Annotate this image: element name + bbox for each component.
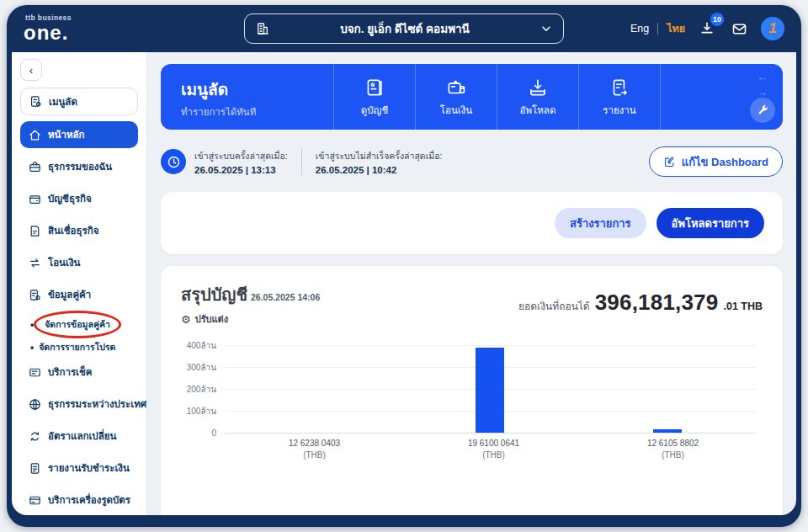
chart-y-axis: 400ล้าน 300ล้าน 200ล้าน 100ล้าน 0 — [181, 345, 225, 433]
sidebar: ‹ เมนูลัด หน้าหลัก — [12, 52, 147, 515]
last-failed-login-value: 26.05.2025 | 10:42 — [316, 165, 443, 175]
exchange-rate-icon — [28, 429, 42, 444]
upload-tray-icon — [527, 77, 549, 98]
sidebar-item-shortcut-menu[interactable]: เมนูลัด — [20, 88, 138, 115]
transfer-icon — [28, 256, 42, 270]
y-tick: 400ล้าน — [187, 339, 216, 352]
x-category: 12 6238 0403 (THB) — [225, 439, 404, 460]
account-number-label: 19 6100 0641 — [404, 439, 583, 448]
sidebar-item-card-machine[interactable]: บริการเครื่องรูดบัตร — [20, 487, 138, 513]
sidebar-subitem-manage-favorites[interactable]: • จัดการรายการโปรด — [20, 336, 138, 359]
envelope-icon — [731, 20, 748, 38]
customize-menu-button[interactable] — [750, 98, 775, 123]
company-selector[interactable]: บจก. ยูเอ็ก ดีไซต์ คอมพานี — [244, 13, 564, 44]
quick-action-label: อัพโหลด — [520, 103, 556, 118]
bullet: • — [30, 342, 34, 354]
summary-title: สรุปบัญชี — [181, 281, 247, 308]
chart-x-axis: 12 6238 0403 (THB) 19 6100 0641 (THB) 12… — [225, 439, 763, 460]
sidebar-item-my-transactions[interactable]: ธุรกรรมของฉัน — [20, 153, 138, 180]
bar-slot — [579, 345, 756, 433]
sidebar-item-label: หน้าหลัก — [48, 127, 85, 142]
quick-action-transfer[interactable]: โอนเงิน — [415, 64, 497, 130]
sidebar-item-cheque-services[interactable]: บริการเช็ค — [20, 359, 138, 386]
edit-dashboard-button[interactable]: แก้ไข Dashboard — [649, 146, 783, 177]
sidebar-item-payment-report[interactable]: รายงานรับชำระเงิน — [20, 455, 138, 481]
lang-eng[interactable]: Eng — [630, 23, 649, 35]
bar-slot — [225, 345, 401, 433]
sidebar-item-label: โอนเงิน — [48, 255, 80, 270]
main-content: เมนูลัด ทำรายการได้ทันที ดูบัญชี โอนเงิน — [147, 52, 796, 515]
last-login-group: เข้าสู่ระบบครั้งล่าสุดเมื่อ: 26.05.2025 … — [194, 149, 288, 175]
ttb-business-one-logo: ttb business one. — [24, 14, 72, 43]
sidebar-item-business-loans[interactable]: สินเชื่อธุรกิจ — [20, 217, 138, 244]
quick-action-report[interactable]: รายงาน — [578, 64, 660, 130]
wrench-icon — [757, 104, 769, 117]
sidebar-item-home[interactable]: หน้าหลัก — [20, 121, 138, 148]
quick-menu-header: เมนูลัด ทำรายการได้ทันที — [161, 64, 333, 130]
download-button[interactable]: 10 — [697, 19, 717, 39]
annotated-label-wrap: จัดการข้อมูลคู่ค้า — [39, 315, 116, 334]
sidebar-item-label: ธุรกรรมระหว่างประเทศ — [48, 396, 146, 412]
wallet-icon — [28, 192, 42, 206]
x-axis-line — [225, 433, 756, 434]
sidebar-item-business-accounts[interactable]: บัญชีธุรกิจ — [20, 185, 138, 212]
top-header: ttb business one. บจก. ยูเอ็ก ดีไซต์ คอม… — [7, 5, 801, 52]
language-switcher: Eng ไทย — [630, 20, 685, 37]
sidebar-item-international[interactable]: ธุรกรรมระหว่างประเทศ — [20, 391, 138, 418]
sidebar-item-label: เมนูลัด — [49, 94, 77, 109]
home-icon — [28, 128, 42, 142]
quick-action-upload[interactable]: อัพโหลด — [497, 64, 578, 130]
account-balance-bar-chart: 400ล้าน 300ล้าน 200ล้าน 100ล้าน 0 — [181, 345, 763, 433]
quick-action-label: รายงาน — [603, 103, 635, 118]
quick-menu-subtitle: ทำรายการได้ทันที — [181, 104, 333, 120]
balance-label: ยอดเงินที่ถอนได้ — [518, 298, 590, 314]
quick-action-view-account[interactable]: ดูบัญชี — [333, 64, 415, 130]
y-tick: 200ล้าน — [187, 383, 216, 396]
cheque-icon — [28, 365, 42, 380]
account-bar-2[interactable] — [476, 348, 504, 433]
last-failed-login-label: เข้าสู่ระบบไม่สำเร็จครั้งล่าสุดเมื่อ: — [316, 149, 443, 163]
summary-timestamp: 26.05.2025 14:06 — [251, 292, 320, 302]
carousel-right-arrow-icon[interactable]: → — [757, 86, 768, 98]
bullet: • — [30, 319, 34, 331]
shortcut-menu-icon — [29, 94, 43, 109]
lang-thai[interactable]: ไทย — [667, 20, 685, 37]
profile-avatar[interactable]: 1 — [761, 17, 784, 40]
sidebar-item-label: บริการเช็ค — [48, 364, 93, 380]
loan-document-icon — [28, 224, 42, 238]
building-icon — [255, 21, 270, 36]
upload-transaction-button[interactable]: อัพโหลดรายการ — [656, 208, 764, 238]
briefcase-icon — [28, 160, 42, 174]
clock-icon — [161, 149, 186, 174]
bar-slot — [401, 345, 578, 433]
sidebar-subitem-manage-partner-data[interactable]: • จัดการข้อมูลคู่ค้า — [20, 313, 138, 336]
sidebar-item-exchange-rates[interactable]: อัตราแลกเปลี่ยน — [20, 423, 138, 450]
wallet-coins-icon — [445, 77, 467, 98]
withdrawable-balance: ยอดเงินที่ถอนได้ 396,181,379 .01 THB — [518, 290, 763, 316]
report-export-icon — [609, 77, 630, 98]
customize-button[interactable]: ⚙ ปรับแต่ง — [181, 311, 320, 327]
download-count-badge: 10 — [710, 13, 724, 26]
sidebar-subitem-label: จัดการรายการโปรด — [39, 340, 115, 354]
account-bar-3[interactable] — [653, 429, 682, 433]
customize-label: ปรับแต่ง — [195, 311, 228, 327]
carousel-left-arrow-icon[interactable]: ← — [757, 71, 768, 83]
currency-label: (THB) — [404, 450, 583, 460]
messages-button[interactable] — [729, 19, 749, 39]
last-login-value: 26.05.2025 | 13:13 — [194, 165, 288, 175]
sidebar-item-transfer[interactable]: โอนเงิน — [20, 249, 138, 276]
currency-label: (THB) — [583, 450, 763, 460]
brand-main-text: one. — [24, 23, 72, 43]
y-tick: 100ล้าน — [187, 405, 216, 418]
y-tick: 300ล้าน — [187, 361, 216, 374]
sidebar-collapse-button[interactable]: ‹ — [20, 59, 42, 81]
login-status-row: เข้าสู่ระบบครั้งล่าสุดเมื่อ: 26.05.2025 … — [161, 140, 783, 184]
quick-action-label: ดูบัญชี — [361, 103, 388, 118]
edit-pencil-icon — [663, 156, 676, 168]
create-transaction-button[interactable]: สร้างรายการ — [555, 208, 646, 238]
quick-menu-banner: เมนูลัด ทำรายการได้ทันที ดูบัญชี โอนเงิน — [161, 64, 783, 130]
chart-plot-area — [225, 345, 756, 433]
sidebar-item-label: รายงานรับชำระเงิน — [48, 460, 130, 476]
y-tick: 0 — [211, 428, 216, 438]
sidebar-item-partner-data[interactable]: ข้อมูลคู่ค้า — [20, 281, 138, 308]
